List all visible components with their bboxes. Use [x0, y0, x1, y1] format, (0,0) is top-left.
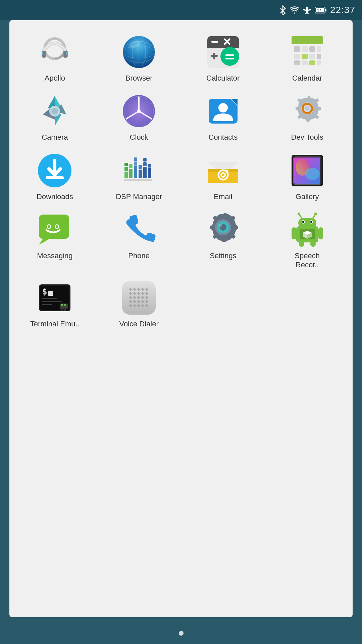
svg-rect-67 [134, 162, 137, 166]
svg-point-139 [142, 296, 144, 298]
svg-rect-35 [302, 46, 308, 52]
app-item-dspmanager[interactable]: DSP Manager [97, 149, 181, 204]
svg-point-104 [302, 221, 304, 223]
svg-rect-110 [310, 241, 316, 247]
svg-rect-98 [298, 218, 316, 228]
svg-rect-23 [211, 41, 218, 43]
svg-rect-37 [317, 46, 321, 52]
app-item-email[interactable]: Email [181, 149, 265, 204]
svg-rect-27 [225, 54, 234, 56]
app-item-apollo[interactable]: Apollo [13, 30, 97, 86]
app-grid: Apollo [13, 27, 349, 335]
svg-point-26 [220, 47, 239, 66]
svg-rect-43 [302, 60, 308, 65]
svg-rect-34 [294, 46, 300, 52]
speechrecorder-label: Speech Recor.. [282, 251, 332, 269]
svg-point-106 [310, 221, 312, 223]
svg-rect-39 [302, 54, 308, 59]
svg-rect-117 [42, 301, 62, 302]
voicedialer-icon [120, 279, 157, 316]
voicedialer-label: Voice Dialer [119, 320, 158, 328]
svg-rect-61 [124, 172, 128, 178]
svg-rect-63 [124, 163, 128, 166]
status-time: 22:37 [330, 5, 355, 15]
svg-rect-75 [148, 164, 151, 168]
messaging-label: Messaging [37, 251, 72, 260]
svg-rect-109 [299, 241, 304, 247]
apollo-label: Apollo [45, 74, 65, 83]
svg-rect-33 [292, 41, 323, 44]
downloads-label: Downloads [37, 192, 73, 201]
svg-point-145 [146, 300, 148, 303]
svg-rect-115 [48, 291, 53, 296]
svg-point-144 [142, 300, 144, 303]
clock-label: Clock [130, 133, 148, 142]
terminalemulator-icon: $ [36, 279, 73, 316]
app-item-calculator[interactable]: Calculator [181, 30, 265, 86]
svg-rect-40 [309, 54, 315, 59]
app-item-voicedialer[interactable]: Voice Dialer [97, 276, 181, 332]
svg-rect-124 [64, 308, 66, 311]
svg-rect-65 [129, 164, 133, 168]
svg-rect-64 [129, 169, 133, 178]
svg-point-149 [142, 304, 144, 307]
app-item-devtools[interactable]: Dev Tools [265, 89, 349, 145]
svg-rect-60 [46, 176, 64, 179]
svg-rect-10 [42, 52, 43, 55]
calculator-icon [205, 34, 242, 71]
downloads-icon [36, 152, 73, 189]
settings-icon [205, 211, 242, 248]
app-item-settings[interactable]: Settings [181, 208, 265, 273]
svg-rect-74 [148, 168, 151, 178]
svg-rect-68 [134, 157, 137, 161]
svg-rect-38 [294, 54, 300, 59]
contacts-label: Contacts [208, 133, 238, 142]
svg-rect-70 [139, 165, 142, 169]
svg-point-90 [48, 225, 50, 228]
app-item-contacts[interactable]: Contacts [181, 89, 265, 145]
svg-rect-66 [134, 166, 137, 178]
terminalemulator-label: Terminal Emu.. [30, 320, 80, 328]
app-item-messaging[interactable]: Messaging [13, 208, 97, 273]
svg-rect-73 [143, 158, 147, 162]
svg-point-58 [305, 106, 310, 111]
app-item-calendar[interactable]: Calendar [265, 30, 349, 86]
svg-rect-118 [42, 304, 52, 305]
app-item-speechrecorder[interactable]: Speech Recor.. [265, 208, 349, 273]
svg-rect-41 [317, 54, 321, 59]
svg-point-138 [138, 296, 140, 298]
calendar-label: Calendar [292, 74, 322, 83]
svg-rect-108 [318, 227, 323, 239]
svg-point-122 [64, 304, 66, 306]
svg-rect-42 [294, 60, 300, 65]
gallery-icon [289, 152, 326, 189]
app-item-browser[interactable]: Browser [97, 30, 181, 86]
app-item-terminalemulator[interactable]: $ Terminal Emu.. [13, 276, 97, 332]
svg-point-148 [138, 304, 140, 307]
svg-point-102 [314, 213, 317, 215]
svg-point-100 [298, 213, 300, 215]
app-item-phone[interactable]: Phone [97, 208, 181, 273]
messaging-icon [36, 211, 73, 248]
svg-rect-88 [39, 215, 69, 239]
speechrecorder-icon [289, 211, 326, 248]
airplane-icon [303, 6, 311, 14]
wifi-icon [290, 6, 299, 14]
svg-rect-30 [213, 53, 215, 59]
svg-text:97: 97 [317, 8, 321, 12]
battery-icon: 97 [315, 6, 327, 14]
svg-rect-76 [124, 179, 152, 181]
svg-rect-116 [42, 298, 57, 299]
svg-point-92 [56, 225, 58, 228]
svg-point-141 [130, 300, 132, 303]
app-item-camera[interactable]: Camera [13, 89, 97, 145]
svg-point-137 [134, 296, 136, 298]
devtools-icon [289, 93, 326, 130]
home-indicator[interactable] [179, 631, 184, 636]
app-item-downloads[interactable]: Downloads [13, 149, 97, 204]
svg-rect-69 [139, 170, 142, 178]
app-item-clock[interactable]: Clock [97, 89, 181, 145]
app-item-gallery[interactable]: Gallery [265, 149, 349, 204]
svg-rect-1 [325, 9, 326, 11]
bluetooth-icon [279, 5, 287, 15]
